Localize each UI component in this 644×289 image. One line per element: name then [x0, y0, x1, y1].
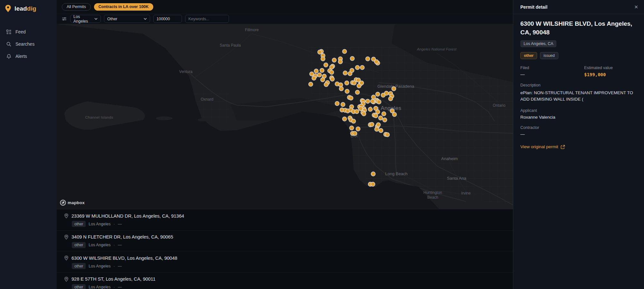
permit-marker[interactable] — [350, 126, 354, 130]
permit-address: 928 E 57TH ST, Los Angeles, CA, 90011 — [71, 276, 156, 282]
permit-marker[interactable] — [339, 87, 344, 91]
map-label: Fillmore — [245, 28, 259, 32]
permit-marker[interactable] — [374, 60, 379, 64]
permit-marker[interactable] — [338, 60, 343, 64]
permit-marker[interactable] — [384, 91, 389, 95]
permit-marker[interactable] — [314, 69, 318, 73]
sidebar-item-alerts[interactable]: Alerts — [0, 50, 57, 62]
permit-marker[interactable] — [376, 123, 381, 127]
sidebar-item-feed[interactable]: Feed — [0, 26, 57, 38]
permit-marker[interactable] — [359, 107, 363, 111]
permit-marker[interactable] — [350, 57, 355, 61]
permit-marker[interactable] — [320, 68, 324, 73]
tab-contracts-la-100k[interactable]: Contracts in LA over 100K — [94, 3, 153, 11]
separator-dot: · — [113, 285, 115, 289]
permit-list-item[interactable]: 928 E 57TH ST, Los Angeles, CA, 90011 ot… — [57, 273, 513, 289]
permit-marker[interactable] — [318, 50, 322, 54]
region-select[interactable]: Los Angeles — [70, 15, 101, 23]
permit-marker[interactable] — [362, 112, 366, 116]
permit-marker[interactable] — [324, 63, 328, 67]
permit-marker[interactable] — [370, 122, 374, 127]
permit-marker[interactable] — [377, 100, 381, 104]
map-pin-icon — [64, 276, 69, 282]
permit-marker[interactable] — [332, 58, 336, 62]
permit-marker[interactable] — [335, 102, 339, 106]
permit-marker[interactable] — [312, 76, 316, 80]
permit-marker[interactable] — [379, 116, 383, 120]
permit-marker[interactable] — [371, 99, 375, 104]
permit-list-item[interactable]: 3409 N FLETCHER DR, Los Angeles, CA, 900… — [57, 230, 513, 252]
permit-marker[interactable] — [372, 95, 376, 99]
permit-value: — — [118, 264, 122, 268]
permit-marker[interactable] — [317, 73, 322, 77]
permit-marker[interactable] — [352, 81, 356, 85]
permit-marker[interactable] — [393, 113, 397, 117]
map-canvas[interactable]: FillmoreSanta PaulaVenturaOxnardChannel … — [57, 24, 513, 209]
permit-marker[interactable] — [352, 119, 356, 123]
description-field: Description ePlan: NON-STRUCTURAL TENANT… — [520, 83, 637, 103]
permit-list-item[interactable]: 6300 W WILSHIRE BLVD, Los Angeles, CA, 9… — [57, 251, 513, 273]
permit-detail-address: 6300 W WILSHIRE BLVD, Los Angeles, CA, 9… — [520, 19, 637, 37]
estimated-value-label: Estimated value — [584, 66, 637, 70]
permit-marker[interactable] — [366, 57, 370, 61]
permit-marker[interactable] — [339, 83, 343, 87]
permit-marker[interactable] — [341, 103, 345, 107]
map-label: Channel Islands — [85, 115, 113, 119]
saved-searches-tabbar: All Permits Contracts in LA over 100K — [57, 0, 513, 14]
permit-marker[interactable] — [392, 87, 396, 91]
permit-list-item[interactable]: 23369 W MULHOLLAND DR, Los Angeles, CA, … — [57, 209, 513, 230]
permit-marker[interactable] — [343, 50, 347, 54]
brand-logo[interactable]: leaddig — [0, 0, 57, 13]
status-badge: issued — [540, 52, 558, 59]
permit-marker[interactable] — [353, 131, 357, 136]
map-pin-icon — [64, 213, 69, 219]
permit-marker[interactable] — [309, 82, 313, 86]
view-original-permit-link[interactable]: View original permit — [520, 144, 637, 149]
permit-marker[interactable] — [345, 89, 349, 94]
permit-marker[interactable] — [349, 96, 353, 100]
permit-marker[interactable] — [375, 127, 379, 131]
permit-marker[interactable] — [379, 129, 383, 133]
permit-marker[interactable] — [376, 92, 380, 96]
permit-marker[interactable] — [321, 57, 325, 61]
permit-marker[interactable] — [343, 117, 347, 121]
permit-marker[interactable] — [366, 99, 370, 104]
permit-marker[interactable] — [355, 110, 359, 114]
type-badge: other — [520, 52, 537, 59]
permit-marker[interactable] — [389, 97, 393, 101]
close-icon[interactable]: ✕ — [634, 5, 638, 9]
sidebar-item-searches[interactable]: Searches — [0, 38, 57, 50]
permit-marker[interactable] — [356, 127, 360, 131]
permit-marker[interactable] — [321, 78, 325, 82]
permit-marker[interactable] — [385, 133, 390, 137]
min-value-input[interactable] — [156, 17, 179, 21]
permit-marker[interactable] — [360, 66, 365, 70]
permit-marker[interactable] — [330, 77, 335, 81]
permit-marker[interactable] — [371, 172, 375, 176]
permit-marker[interactable] — [345, 81, 349, 85]
permit-marker[interactable] — [374, 114, 378, 118]
permit-marker[interactable] — [343, 71, 347, 75]
contractor-value: — — [520, 132, 637, 137]
permit-marker[interactable] — [360, 81, 364, 85]
permit-marker[interactable] — [376, 110, 380, 114]
permit-marker[interactable] — [355, 90, 360, 95]
mapbox-attribution[interactable]: mapbox — [60, 200, 85, 206]
applicant-value: Roxanne Valencia — [520, 115, 637, 120]
permit-marker[interactable] — [382, 112, 386, 116]
permit-marker[interactable] — [324, 83, 328, 87]
filed-label: Filed — [520, 66, 584, 70]
tab-all-permits[interactable]: All Permits — [62, 3, 91, 11]
permit-marker[interactable] — [368, 107, 373, 112]
permit-marker[interactable] — [355, 66, 360, 70]
permit-marker[interactable] — [383, 118, 387, 122]
min-value-field — [153, 15, 182, 23]
map-label: Santa Ana — [447, 176, 467, 181]
permit-marker[interactable] — [371, 182, 375, 186]
permit-marker[interactable] — [350, 68, 354, 73]
category-select[interactable]: Other — [104, 15, 150, 23]
permit-value: — — [118, 222, 122, 226]
permit-marker[interactable] — [330, 70, 334, 75]
keywords-input[interactable] — [188, 17, 226, 21]
filter-sliders-icon[interactable] — [62, 16, 67, 22]
